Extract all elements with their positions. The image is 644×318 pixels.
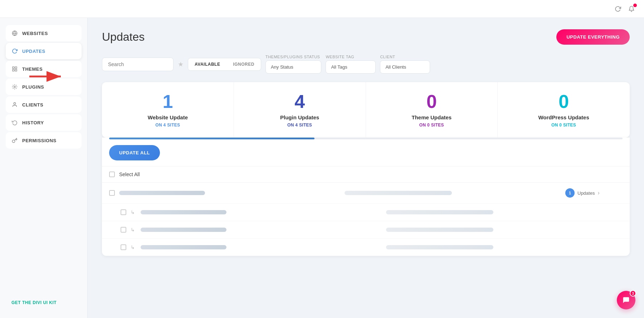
notification-badge	[633, 4, 637, 7]
indent-arrow-2: ↳	[131, 227, 135, 233]
plugins-icon	[11, 84, 18, 90]
ignored-toggle-btn[interactable]: IGNORED	[226, 58, 261, 70]
status-filter-label: THEMES/PLUGINS STATUS	[265, 55, 320, 59]
main-content: Updates UPDATE EVERYTHING ★ AVAILABLE IG…	[88, 18, 644, 318]
sidebar-item-plugins[interactable]: PLUGINS	[6, 79, 82, 95]
client-filter-select[interactable]: All Clients	[380, 60, 430, 74]
row-content-3	[141, 245, 623, 249]
row-value-blurred-0	[345, 191, 452, 195]
status-filter-group: THEMES/PLUGINS STATUS Any Status	[265, 55, 322, 74]
client-filter-label: CLIENT	[380, 55, 429, 59]
tag-filter-label: WEBSITE TAG	[326, 55, 374, 59]
status-filter-select[interactable]: Any Status	[265, 60, 322, 74]
select-all-label: Select All	[119, 172, 140, 177]
table-row-2[interactable]: ↳	[102, 221, 630, 239]
row-checkbox-2[interactable]	[121, 227, 126, 233]
clients-icon	[11, 101, 18, 108]
row-checkbox-1[interactable]	[121, 209, 126, 215]
stat-sublabel-1: ON 4 SITES	[241, 123, 358, 128]
table-row-0[interactable]: 1 Updates ›	[102, 183, 630, 204]
sidebar-item-themes[interactable]: THEMES	[6, 61, 82, 77]
row-name-blurred-1	[141, 210, 226, 214]
row-col2-3	[386, 245, 623, 249]
get-divi-kit-link[interactable]: GET THE DIVI UI KIT	[11, 300, 76, 305]
stat-sublabel-2: ON 0 SITES	[373, 123, 491, 128]
chat-badge: 3	[630, 290, 636, 297]
sidebar-item-permissions[interactable]: PERMISSIONS	[6, 132, 82, 149]
notification-icon[interactable]	[628, 5, 635, 13]
row-name-blurred-0	[119, 191, 205, 195]
chat-bubble[interactable]: 3	[617, 291, 635, 309]
indent-arrow-3: ↳	[131, 244, 135, 250]
globe-icon	[11, 30, 18, 36]
table-row-1[interactable]: ↳	[102, 204, 630, 221]
row-value-blurred-3	[386, 245, 493, 249]
update-everything-button[interactable]: UPDATE EVERYTHING	[556, 29, 630, 45]
svg-rect-3	[15, 67, 17, 69]
action-bar: UPDATE ALL	[102, 139, 630, 166]
client-filter-group: CLIENT All Clients	[380, 55, 430, 74]
stat-number-1: 4	[241, 92, 358, 111]
stat-sublabel-0: ON 4 SITES	[109, 123, 226, 128]
row-col2-2	[386, 228, 623, 232]
themes-icon	[11, 66, 18, 72]
sidebar-item-history-label: HISTORY	[22, 120, 44, 125]
available-toggle-btn[interactable]: AVAILABLE	[188, 58, 226, 70]
select-all-checkbox[interactable]	[109, 172, 115, 177]
row-checkbox-0[interactable]	[109, 190, 115, 196]
table-row-3[interactable]: ↳	[102, 239, 630, 256]
stat-number-2: 0	[373, 92, 491, 111]
update-all-button[interactable]: UPDATE ALL	[109, 145, 160, 160]
sidebar-item-clients[interactable]: CLIENTS	[6, 96, 82, 113]
favorite-star-icon[interactable]: ★	[178, 60, 184, 68]
badge-count-0: 1	[565, 188, 575, 198]
indent-arrow-1: ↳	[131, 209, 135, 215]
select-all-row: Select All	[102, 166, 630, 183]
permissions-icon	[11, 137, 18, 144]
svg-point-6	[14, 86, 15, 88]
stat-card-2: 0 Theme Updates ON 0 SITES	[366, 82, 498, 138]
availability-toggle: AVAILABLE IGNORED	[188, 58, 261, 71]
sidebar-item-websites-label: WEBSITES	[22, 31, 48, 36]
sidebar-item-websites[interactable]: WEBSITES	[6, 25, 82, 41]
row-col2-1	[386, 210, 623, 214]
sidebar-item-history[interactable]: HISTORY	[6, 114, 82, 131]
row-col1-2	[141, 228, 377, 232]
row-checkbox-3[interactable]	[121, 244, 126, 250]
svg-rect-4	[13, 69, 14, 71]
stat-number-0: 1	[109, 92, 226, 111]
page-header: Updates UPDATE EVERYTHING	[102, 29, 630, 45]
stat-card-0: 1 Website Update ON 4 SITES	[102, 82, 234, 138]
stat-label-2: Theme Updates	[373, 114, 491, 120]
sidebar-item-updates-label: UPDATES	[22, 49, 45, 54]
page-title: Updates	[102, 30, 145, 44]
stats-row: 1 Website Update ON 4 SITES 4 Plugin Upd…	[102, 82, 630, 138]
svg-point-7	[14, 103, 15, 104]
row-name-blurred-2	[141, 228, 226, 232]
refresh-icon[interactable]	[614, 5, 622, 13]
svg-rect-5	[15, 69, 17, 71]
sidebar-item-updates[interactable]: UPDATES	[6, 43, 82, 59]
stat-sublabel-3: ON 0 SITES	[505, 123, 623, 128]
row-col1-0	[119, 191, 336, 195]
row-col1-3	[141, 245, 377, 249]
row-name-blurred-3	[141, 245, 226, 249]
stat-card-3: 0 WordPress Updates ON 0 SITES	[498, 82, 630, 138]
row-content-1	[141, 210, 623, 214]
stat-label-1: Plugin Updates	[241, 114, 358, 120]
stat-label-0: Website Update	[109, 114, 226, 120]
search-input[interactable]	[102, 58, 174, 71]
sidebar-item-plugins-label: PLUGINS	[22, 84, 44, 90]
updates-icon	[11, 48, 18, 54]
stat-card-1: 4 Plugin Updates ON 4 SITES	[234, 82, 366, 138]
chevron-icon-0[interactable]: ›	[597, 190, 599, 196]
svg-rect-2	[13, 67, 14, 69]
tag-filter-select[interactable]: All Tags	[326, 60, 376, 74]
sidebar: WEBSITES UPDATES THEMES PLUGINS CLIENTS	[0, 18, 88, 318]
row-value-blurred-1	[386, 210, 493, 214]
stat-number-3: 0	[505, 92, 623, 111]
row-content-0	[119, 191, 561, 195]
history-icon	[11, 119, 18, 126]
updates-table-wrap: UPDATE ALL Select All 1 Updates › ↳ ↳	[102, 138, 630, 256]
table-rows-container: 1 Updates › ↳ ↳ ↳	[102, 183, 630, 256]
